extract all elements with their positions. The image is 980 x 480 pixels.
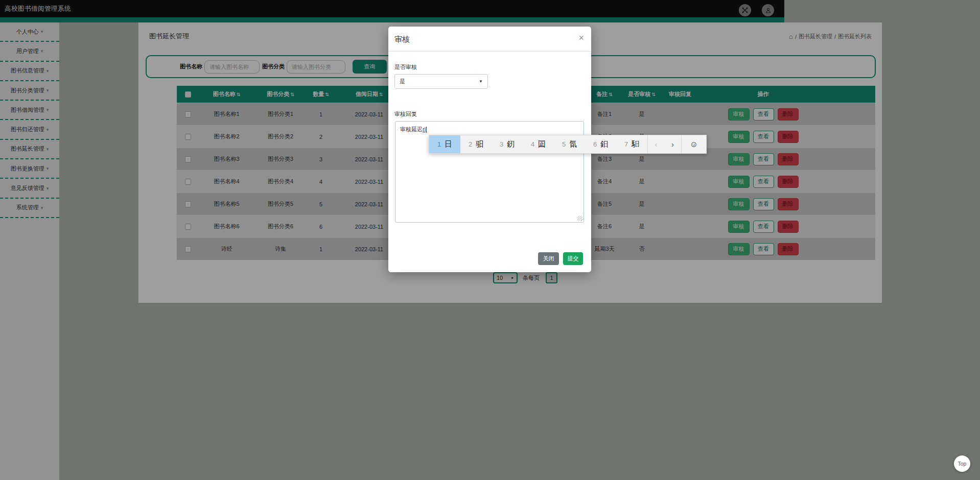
text-caret xyxy=(426,127,427,133)
ime-candidate-number: 3 xyxy=(500,140,503,148)
ime-emoji-icon[interactable]: ☺ xyxy=(681,135,706,153)
audit-select[interactable]: 是 ▼ xyxy=(394,74,488,89)
ime-candidate-char: 鈤 xyxy=(600,139,608,149)
ime-candidate-number: 1 xyxy=(437,140,441,148)
ime-candidate-char: 氜 xyxy=(569,139,577,149)
audit-label: 是否审核 xyxy=(394,63,417,71)
ime-composition-text: ri xyxy=(423,126,426,132)
modal-header: 审核 × xyxy=(388,27,591,52)
ime-candidate-char: 日 xyxy=(445,139,452,149)
ime-candidate[interactable]: 7馹 xyxy=(616,135,647,153)
ime-candidate[interactable]: 5氜 xyxy=(554,135,585,153)
back-to-top-button[interactable]: Top xyxy=(954,455,970,472)
ime-candidate[interactable]: 3釰 xyxy=(492,135,523,153)
ime-candidate[interactable]: 6鈤 xyxy=(585,135,616,153)
ime-candidate-number: 7 xyxy=(624,140,628,148)
ime-candidate-char: 囸 xyxy=(538,139,546,149)
chevron-down-icon: ▼ xyxy=(479,79,483,84)
ime-candidate-list: 1日2驲3釰4囸5氜6鈤7馹 xyxy=(429,135,647,153)
resize-handle-icon[interactable] xyxy=(577,216,582,221)
reply-label: 审核回复 xyxy=(394,110,417,118)
ime-candidate-number: 4 xyxy=(531,140,534,148)
modal-close-button[interactable]: 关闭 xyxy=(538,252,559,265)
ime-candidate-number: 5 xyxy=(562,140,566,148)
modal-title: 审核 xyxy=(394,35,410,44)
ime-candidate[interactable]: 2驲 xyxy=(460,135,492,153)
modal-submit-button[interactable]: 提交 xyxy=(563,252,583,265)
ime-candidate-char: 馹 xyxy=(632,139,639,149)
audit-select-value: 是 xyxy=(400,78,405,85)
ime-candidate-window: 1日2驲3釰4囸5氜6鈤7馹 ‹ › ☺ xyxy=(429,135,707,154)
ime-next-page-icon[interactable]: › xyxy=(664,135,681,153)
ime-prev-page-icon[interactable]: ‹ xyxy=(647,135,664,153)
ime-candidate-char: 釰 xyxy=(507,139,515,149)
ime-candidate[interactable]: 1日 xyxy=(429,135,460,153)
ime-candidate-number: 6 xyxy=(593,140,597,148)
ime-candidate[interactable]: 4囸 xyxy=(523,135,554,153)
ime-candidate-char: 驲 xyxy=(476,139,483,149)
reply-text: 审核延迟 xyxy=(400,126,423,132)
close-icon[interactable]: × xyxy=(578,33,584,42)
ime-candidate-number: 2 xyxy=(469,140,472,148)
